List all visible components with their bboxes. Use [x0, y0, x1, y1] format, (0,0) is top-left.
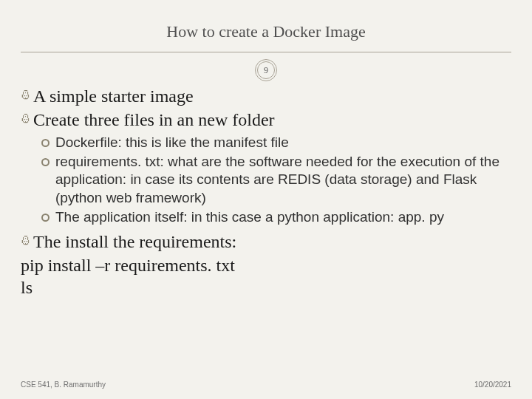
command-line: ls	[21, 276, 511, 299]
bullet-text: Create three files in an new folder	[33, 109, 275, 131]
page-number: 9	[264, 65, 268, 76]
bullet-item: ߷ The install the requirements:	[21, 231, 511, 253]
bullet-item: ߷ Create three files in an new folder	[21, 109, 511, 131]
swirl-bullet-icon: ߷	[21, 231, 29, 251]
sub-bullet-item: requirements. txt: what are the software…	[41, 153, 511, 208]
swirl-bullet-icon: ߷	[21, 109, 29, 129]
sub-bullet-text: Dockerfile: this is like the manifest fi…	[55, 134, 289, 152]
ring-bullet-icon	[41, 139, 50, 147]
bullet-text: A simple starter image	[33, 85, 194, 107]
sub-bullet-item: The application itself: in this case a p…	[41, 208, 511, 227]
footer-author: CSE 541, B. Ramamurthy	[21, 381, 106, 389]
slide-title: How to create a Docker Image	[21, 22, 511, 41]
sub-bullet-text: The application itself: in this case a p…	[55, 208, 444, 227]
command-line: pip install –r requirements. txt	[21, 254, 511, 276]
sub-bullet-list: Dockerfile: this is like the manifest fi…	[41, 134, 511, 226]
slide: How to create a Docker Image 9 ߷ A simpl…	[0, 0, 532, 399]
ring-bullet-icon	[41, 214, 50, 222]
page-number-badge: 9	[255, 59, 277, 81]
swirl-bullet-icon: ߷	[21, 85, 29, 106]
ring-bullet-icon	[41, 158, 50, 166]
slide-footer: CSE 541, B. Ramamurthy 10/20/2021	[21, 381, 511, 389]
slide-content: ߷ A simple starter image ߷ Create three …	[21, 85, 511, 299]
sub-bullet-text: requirements. txt: what are the software…	[55, 153, 511, 208]
bullet-item: ߷ A simple starter image	[21, 85, 511, 107]
footer-date: 10/20/2021	[474, 381, 511, 389]
sub-bullet-item: Dockerfile: this is like the manifest fi…	[41, 134, 511, 152]
title-rule	[21, 52, 511, 52]
bullet-text: The install the requirements:	[33, 231, 236, 253]
